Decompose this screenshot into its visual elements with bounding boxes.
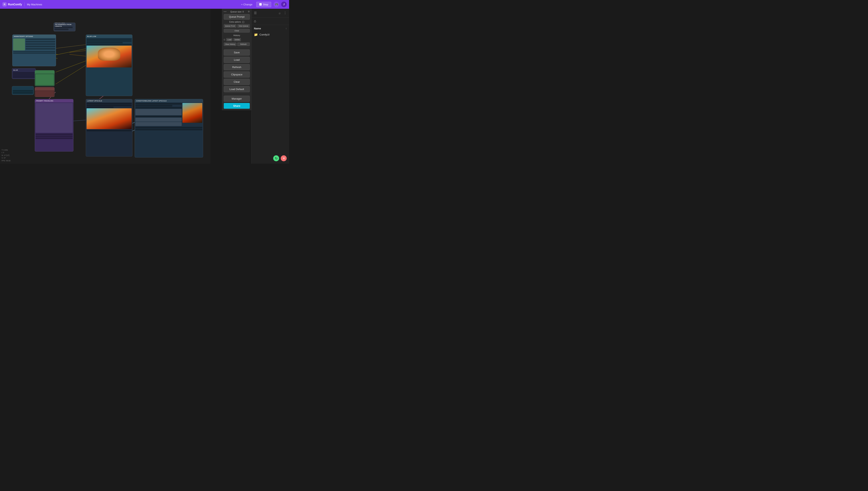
queue-header: Queue size: 0 ⚙ <box>224 10 250 13</box>
far-right-action-icons: ⌕ ⋮ <box>279 11 287 15</box>
node-save-body <box>12 89 33 95</box>
stop-label: Stop <box>263 3 268 6</box>
node-latent-upscale-header: Latent Upscale <box>86 99 132 103</box>
extra-options-checkbox[interactable] <box>242 21 244 23</box>
topbar-right: 🎮 J <box>274 2 287 7</box>
refresh-history-button[interactable]: Refresh <box>237 42 250 46</box>
queue-dot-3 <box>226 11 226 12</box>
stop-icon <box>259 3 262 5</box>
node-batch-size[interactable]: Batch Size determines from Length <box>54 23 76 31</box>
more-options-icon[interactable]: ⋮ <box>283 11 287 15</box>
clear-refresh-row: Clear History Refresh <box>224 42 250 46</box>
stop-button[interactable]: Stop <box>256 2 271 7</box>
node-graph[interactable]: Batch Size determines from Length Animat… <box>0 9 211 164</box>
divider-2 <box>224 94 250 94</box>
app-logo: R RunComfy <box>2 2 22 6</box>
bottom-close-button[interactable]: ✕ <box>281 155 287 161</box>
hamburger-icon[interactable]: ☰ <box>254 11 257 15</box>
node-prompt-travel-body <box>35 103 73 140</box>
node-ksampler-header: Blur Low <box>86 35 132 38</box>
load-button[interactable]: Load <box>224 57 250 63</box>
svg-line-12 <box>70 50 87 52</box>
queue-settings-icon[interactable]: ⚙ <box>248 10 250 13</box>
status-n: N: 17 [17] <box>2 154 10 157</box>
node-latent-upscale-body <box>86 103 132 132</box>
far-right-name-row: Name ↑ <box>251 25 289 31</box>
node-blur[interactable]: Blur <box>12 68 36 79</box>
change-button[interactable]: + Change <box>240 2 254 7</box>
app-name: RunComfy <box>8 3 22 6</box>
node-ksampler-body <box>86 38 132 68</box>
node-green-header <box>35 70 54 74</box>
sort-icon[interactable]: ↑ <box>286 27 287 30</box>
preview-image-3 <box>183 103 202 123</box>
node-red-body <box>35 90 54 97</box>
topbar: R RunComfy My Machines + Change Stop 🎮 J <box>0 0 289 9</box>
node-blur-body <box>12 71 35 79</box>
status-i: I: 0 <box>2 151 10 154</box>
manager-button[interactable]: Manager <box>224 96 250 102</box>
save-button[interactable]: Save <box>224 49 250 56</box>
node-green-body <box>35 74 54 86</box>
close-button-sm[interactable]: Close <box>224 29 250 32</box>
svg-line-3 <box>56 60 87 72</box>
queue-prompt-button[interactable]: Queue Prompt <box>224 14 250 20</box>
history-row: 0: Load Delete <box>224 38 250 41</box>
node-green[interactable] <box>35 70 55 86</box>
discord-icon[interactable]: 🎮 <box>274 2 279 7</box>
node-condition-blend-body <box>135 103 203 131</box>
node-condition-blend[interactable]: ConditionBlend Latest Upscale <box>135 99 203 157</box>
preview-image-2 <box>86 108 132 129</box>
home-icon[interactable]: ⌂ <box>254 19 256 23</box>
node-save-header <box>12 86 33 89</box>
right-panel: Queue size: 0 ⚙ Queue Prompt Extra optio… <box>222 9 251 110</box>
node-latent-upscale[interactable]: Latent Upscale <box>86 99 132 156</box>
history-index: 0: <box>224 39 225 41</box>
divider-1 <box>224 48 250 48</box>
node-red[interactable] <box>35 87 55 97</box>
search-icon[interactable]: ⌕ <box>279 11 281 15</box>
status-v: V: 37 <box>2 157 10 160</box>
node-condition-blend-header: ConditionBlend Latest Upscale <box>135 99 203 103</box>
queue-size-label: Queue size: 0 <box>230 10 244 13</box>
nav-label: My Machines <box>27 3 42 6</box>
svg-line-4 <box>56 64 87 84</box>
clipspace-button[interactable]: Clipspace <box>224 71 250 78</box>
logo-icon: R <box>2 2 7 6</box>
extra-options-label: Extra options <box>229 21 241 23</box>
node-ksampler[interactable]: Blur Low <box>86 34 132 96</box>
svg-line-14 <box>56 45 87 49</box>
bottom-right-icons: ↻ ✕ <box>273 155 287 161</box>
node-prompt-travel[interactable]: Prompt Traveling <box>35 99 74 151</box>
bottom-refresh-button[interactable]: ↻ <box>273 155 279 161</box>
status-fps: FPS: 56.82 <box>2 160 10 162</box>
queue-dot-2 <box>225 11 225 12</box>
history-delete-button[interactable]: Delete <box>233 38 241 41</box>
node-save[interactable] <box>12 86 34 95</box>
share-button[interactable]: Share <box>224 103 250 109</box>
user-avatar[interactable]: J <box>281 2 287 7</box>
view-queue-button[interactable]: View Queue <box>237 24 250 28</box>
clear-history-button[interactable]: Clear History <box>224 42 237 46</box>
topbar-divider <box>24 2 25 6</box>
folder-item-comfyui[interactable]: 📁 ComfyUI <box>251 31 289 38</box>
far-right-name-label: Name <box>254 27 261 30</box>
refresh-button[interactable]: Refresh <box>224 64 250 70</box>
history-title: History <box>224 34 250 37</box>
node-prompt-travel-header: Prompt Traveling <box>35 99 73 103</box>
node-blur-header: Blur <box>12 68 35 71</box>
queue-front-button[interactable]: Queue Front <box>224 24 237 28</box>
history-load-button[interactable]: Load <box>226 38 233 41</box>
folder-label: ComfyUI <box>260 33 270 36</box>
node-animatediff[interactable]: AnimateDiff Options <box>12 34 56 66</box>
node-animatediff-body <box>12 38 56 55</box>
queue-dots <box>224 11 226 12</box>
extra-options-row: Extra options <box>224 21 250 23</box>
queue-dot-1 <box>224 11 224 12</box>
queue-front-view-row: Queue Front View Queue <box>224 24 250 28</box>
canvas-area[interactable]: Batch Size determines from Length Animat… <box>0 9 211 164</box>
clear-button[interactable]: Clear <box>224 79 250 85</box>
statusbar: T: 0.00s I: 0 N: 17 [17] V: 37 FPS: 56.8… <box>2 149 10 162</box>
load-default-button[interactable]: Load Default <box>224 86 250 92</box>
status-t: T: 0.00s <box>2 149 10 151</box>
